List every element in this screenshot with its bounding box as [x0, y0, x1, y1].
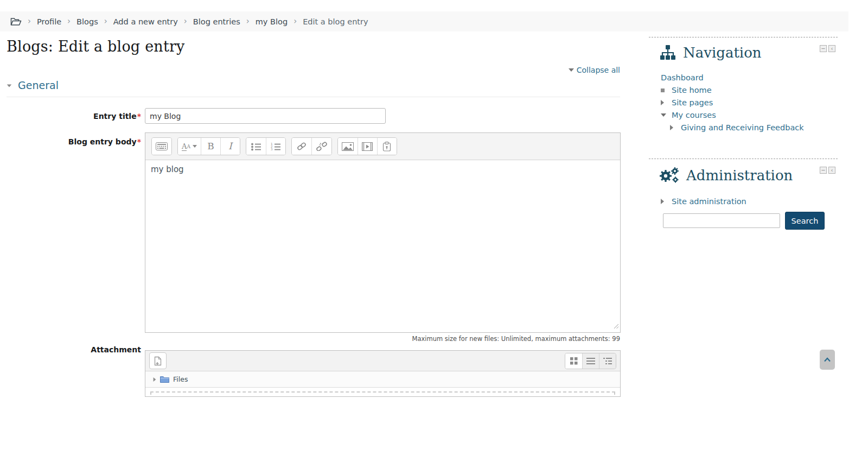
- collapse-all-caret-icon: [569, 68, 574, 72]
- breadcrumb-separator: ›: [293, 17, 297, 26]
- collapse-block-icon[interactable]: −: [820, 45, 827, 52]
- font-styles-button[interactable]: A A: [178, 138, 201, 155]
- insert-media-icon: [362, 142, 373, 151]
- breadcrumb-separator: ›: [184, 17, 187, 26]
- page-title: Blogs: Edit a blog entry: [7, 38, 185, 55]
- insert-media-button[interactable]: [358, 138, 377, 155]
- toolbar-group-text: A A B I: [177, 137, 240, 155]
- attachment-filemanager: Files: [145, 350, 621, 397]
- navigation-block-title: Navigation: [683, 45, 762, 61]
- home-folder-icon[interactable]: [10, 17, 22, 26]
- collapse-all-row: Collapse all: [7, 66, 620, 74]
- manage-files-button[interactable]: [377, 138, 397, 155]
- chevron-up-icon: [824, 357, 831, 362]
- collapse-all-link[interactable]: Collapse all: [577, 66, 620, 74]
- nav-item-site-administration[interactable]: Site administration: [661, 198, 838, 205]
- navigation-block-header: Navigation: [659, 45, 838, 61]
- admin-search-input[interactable]: [663, 213, 780, 228]
- breadcrumb-link-my-blog[interactable]: my Blog: [256, 17, 288, 26]
- editor-resize-handle[interactable]: [614, 321, 619, 331]
- nav-item-site-pages[interactable]: Site pages: [661, 99, 838, 106]
- nav-item-dashboard[interactable]: Dashboard: [661, 74, 838, 81]
- nav-item-my-courses[interactable]: My courses: [661, 111, 838, 119]
- icon-view-button[interactable]: [565, 353, 582, 369]
- required-marker: *: [137, 137, 141, 146]
- list-view-button[interactable]: [582, 353, 599, 369]
- folder-icon: [160, 376, 169, 383]
- bold-button[interactable]: B: [201, 138, 220, 155]
- attachment-label: Attachment: [0, 345, 141, 354]
- italic-button[interactable]: I: [220, 138, 240, 155]
- tree-view-icon: [603, 358, 612, 364]
- section-general-link[interactable]: General: [18, 79, 59, 91]
- dock-block-icon[interactable]: ‹: [828, 45, 835, 52]
- administration-block-title: Administration: [686, 167, 793, 184]
- blog-body-editor: A A B I: [145, 132, 621, 333]
- expand-arrow-icon[interactable]: [661, 199, 667, 204]
- breadcrumb-separator: ›: [28, 17, 31, 26]
- max-files-note: Maximum size for new files: Unlimited, m…: [7, 335, 620, 343]
- collapse-toolbar-button[interactable]: [152, 138, 171, 155]
- navigation-tree: Dashboard Site home Site pages My course…: [659, 74, 838, 131]
- breadcrumb: › Profile › Blogs › Add a new entry › Bl…: [0, 11, 848, 31]
- tree-view-button[interactable]: [599, 353, 616, 369]
- breadcrumb-link-profile[interactable]: Profile: [37, 17, 61, 26]
- dock-block-icon[interactable]: ‹: [828, 167, 835, 174]
- unlink-icon: [316, 142, 328, 151]
- breadcrumb-separator: ›: [104, 17, 107, 26]
- link-button[interactable]: [292, 138, 311, 155]
- blog-body-content[interactable]: my blog: [145, 160, 620, 332]
- collapse-arrow-icon[interactable]: [661, 113, 667, 117]
- list-view-icon: [586, 358, 595, 364]
- breadcrumb-link-add-new-entry[interactable]: Add a new entry: [113, 17, 178, 26]
- add-file-icon: [154, 356, 162, 366]
- insert-image-icon: [342, 142, 354, 151]
- ordered-list-icon: 1 2 3: [270, 142, 281, 151]
- admin-search-button[interactable]: Search: [785, 212, 825, 230]
- filemanager-path-row[interactable]: Files: [145, 371, 620, 388]
- drag-drop-zone[interactable]: [150, 391, 615, 397]
- blog-body-label: Blog entry body*: [0, 137, 141, 146]
- collapse-block-icon[interactable]: −: [820, 167, 827, 174]
- breadcrumb-link-blogs[interactable]: Blogs: [76, 17, 98, 26]
- editor-toolbar: A A B I: [145, 133, 620, 160]
- nav-item-course-giving-receiving-feedback[interactable]: Giving and Receiving Feedback: [670, 124, 838, 131]
- expand-arrow-icon[interactable]: [670, 125, 676, 130]
- unlink-button[interactable]: [311, 138, 331, 155]
- breadcrumb-link-blog-entries[interactable]: Blog entries: [193, 17, 240, 26]
- add-file-button[interactable]: [149, 352, 167, 369]
- section-divider: [7, 97, 620, 97]
- block-controls: − ‹: [820, 167, 835, 174]
- ordered-list-button[interactable]: 1 2 3: [266, 138, 285, 155]
- unordered-list-button[interactable]: [246, 138, 266, 155]
- blog-body-text: my blog: [151, 165, 184, 174]
- block-controls: − ‹: [820, 45, 835, 52]
- insert-image-button[interactable]: [338, 138, 358, 155]
- font-styles-icon: A: [182, 142, 187, 151]
- filemanager-toolbar: [145, 351, 620, 371]
- gears-icon: [659, 166, 680, 185]
- font-styles-caret-icon: [193, 145, 197, 148]
- section-general-header[interactable]: General: [7, 79, 59, 91]
- grid-view-icon: [570, 357, 578, 365]
- breadcrumb-current: Edit a blog entry: [303, 17, 368, 26]
- filemanager-view-toggle: [565, 353, 616, 369]
- bold-icon: B: [207, 142, 214, 151]
- administration-tree: Site administration: [659, 198, 838, 205]
- entry-title-input[interactable]: [145, 108, 386, 124]
- sitemap-icon: [659, 45, 676, 60]
- expand-arrow-icon[interactable]: [661, 100, 667, 105]
- unordered-list-icon: [251, 142, 261, 151]
- square-bullet-icon: [661, 88, 667, 92]
- expand-files-icon[interactable]: [154, 377, 156, 382]
- manage-files-icon: [382, 142, 391, 151]
- italic-icon: I: [228, 142, 232, 151]
- scroll-to-top-button[interactable]: [820, 350, 835, 370]
- link-icon: [296, 142, 307, 151]
- breadcrumb-separator: ›: [67, 17, 71, 26]
- entry-title-label: Entry title*: [0, 112, 141, 121]
- svg-text:3: 3: [271, 148, 273, 151]
- nav-item-site-home[interactable]: Site home: [661, 86, 838, 94]
- files-folder-link[interactable]: Files: [173, 375, 188, 383]
- section-collapse-caret-icon: [7, 84, 12, 87]
